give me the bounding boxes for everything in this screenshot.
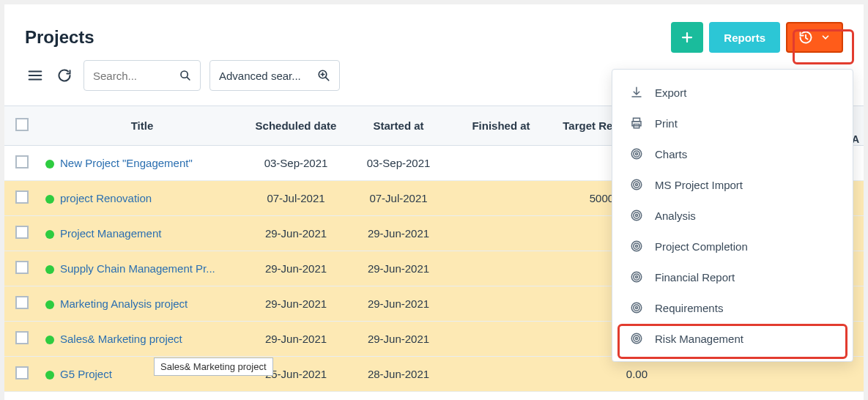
svg-point-16 xyxy=(636,245,638,248)
started-cell: 29-Jun-2021 xyxy=(347,322,450,357)
dropdown-item[interactable]: Project Completion xyxy=(612,231,853,262)
project-link[interactable]: project Renovation xyxy=(60,192,152,204)
dropdown-item[interactable]: Charts xyxy=(612,138,853,169)
finished-cell xyxy=(450,357,552,392)
project-link[interactable]: Sales& Marketing project xyxy=(60,333,182,345)
search-plus-icon xyxy=(317,69,330,82)
row-checkbox[interactable] xyxy=(15,226,29,239)
project-link[interactable]: New Project "Engagement" xyxy=(60,157,193,169)
dropdown-item-label: Print xyxy=(655,117,678,130)
status-dot-icon xyxy=(45,336,54,344)
dropdown-item-label: Project Completion xyxy=(655,240,748,253)
target-icon xyxy=(630,301,643,314)
target-icon xyxy=(630,240,643,253)
row-checkbox[interactable] xyxy=(15,155,29,168)
started-cell: 03-Sep-2021 xyxy=(347,146,450,181)
row-tooltip: Sales& Marketing project xyxy=(154,358,273,376)
project-link[interactable]: Supply Chain Management Pr... xyxy=(60,262,215,275)
dropdown-item[interactable]: Requirements xyxy=(612,292,853,323)
target-icon xyxy=(630,332,643,345)
dropdown-item[interactable]: Risk Management xyxy=(612,323,853,354)
search-input[interactable] xyxy=(93,70,179,82)
started-cell: 29-Jun-2021 xyxy=(347,216,450,251)
started-cell: 07-Jul-2021 xyxy=(347,181,450,216)
dropdown-item-label: Export xyxy=(655,86,686,99)
target-icon xyxy=(630,147,643,160)
col-scheduled[interactable]: Scheduled date xyxy=(245,106,347,146)
finished-cell xyxy=(450,286,552,322)
dropdown-item-label: Requirements xyxy=(655,302,723,314)
svg-point-19 xyxy=(636,276,638,278)
project-link[interactable]: Marketing Analysis project xyxy=(60,297,188,310)
svg-point-10 xyxy=(636,184,638,186)
project-link[interactable]: Project Management xyxy=(60,227,161,240)
dropdown-item-label: Financial Report xyxy=(655,271,735,284)
loop-arrow-icon xyxy=(798,30,813,45)
status-dot-icon xyxy=(45,300,54,309)
status-dot-icon xyxy=(45,195,54,204)
svg-point-22 xyxy=(636,307,638,309)
search-input-wrapper[interactable] xyxy=(84,60,201,91)
finished-cell xyxy=(450,216,552,251)
row-checkbox[interactable] xyxy=(15,366,29,379)
reports-button[interactable]: Reports xyxy=(709,22,780,53)
page: Projects Reports Advanced sear... xyxy=(4,4,864,400)
col-finished[interactable]: Finished at xyxy=(450,106,552,146)
target-icon xyxy=(630,209,643,222)
scheduled-cell: 07-Jul-2021 xyxy=(245,181,347,216)
dropdown-item[interactable]: Analysis xyxy=(612,200,853,231)
row-checkbox[interactable] xyxy=(15,296,29,309)
scheduled-cell: 29-Jun-2021 xyxy=(245,216,347,251)
finished-cell xyxy=(450,251,552,286)
scheduled-cell: 29-Jun-2021 xyxy=(245,286,347,322)
add-button[interactable] xyxy=(671,22,703,53)
finished-cell xyxy=(450,181,552,216)
status-dot-icon xyxy=(45,371,54,379)
status-dot-icon xyxy=(45,160,54,168)
dropdown-item[interactable]: Print xyxy=(612,108,853,138)
finished-cell xyxy=(450,322,552,357)
started-cell: 29-Jun-2021 xyxy=(347,251,450,286)
status-dot-icon xyxy=(45,265,54,274)
dropdown-item-label: Risk Management xyxy=(655,333,743,345)
actions-button[interactable] xyxy=(786,22,843,53)
col-started[interactable]: Started at xyxy=(347,106,450,146)
hamburger-icon[interactable] xyxy=(25,65,45,86)
advanced-search-label: Advanced sear... xyxy=(219,70,301,82)
target-icon xyxy=(630,178,643,191)
advanced-search-button[interactable]: Advanced sear... xyxy=(209,60,340,91)
search-icon xyxy=(179,69,191,82)
project-link[interactable]: G5 Project xyxy=(60,368,112,380)
dropdown-item[interactable]: Export xyxy=(612,77,853,108)
print-icon xyxy=(630,116,643,130)
row-checkbox[interactable] xyxy=(15,261,29,274)
row-checkbox[interactable] xyxy=(15,190,29,204)
plus-icon xyxy=(680,31,694,44)
started-cell: 28-Jun-2021 xyxy=(347,357,450,392)
dropdown-item[interactable]: MS Project Import xyxy=(612,169,853,200)
svg-point-7 xyxy=(636,153,638,155)
scheduled-cell: 03-Sep-2021 xyxy=(245,146,347,181)
header: Projects Reports xyxy=(4,4,864,60)
actions-dropdown: ExportPrintChartsMS Project ImportAnalys… xyxy=(612,69,853,362)
started-cell: 29-Jun-2021 xyxy=(347,286,450,322)
select-all-checkbox[interactable] xyxy=(15,118,29,131)
dropdown-item-label: MS Project Import xyxy=(655,179,743,191)
finished-cell xyxy=(450,146,552,181)
scheduled-cell: 29-Jun-2021 xyxy=(245,322,347,357)
dropdown-item[interactable]: Financial Report xyxy=(612,262,853,292)
svg-point-9 xyxy=(634,182,639,188)
page-title: Projects xyxy=(25,27,94,48)
scheduled-cell: 29-Jun-2021 xyxy=(245,251,347,286)
chevron-down-icon xyxy=(820,32,831,42)
col-title[interactable]: Title xyxy=(40,106,245,146)
svg-point-6 xyxy=(634,151,639,157)
row-checkbox[interactable] xyxy=(15,331,29,344)
download-icon xyxy=(630,86,643,99)
svg-point-12 xyxy=(634,212,639,218)
svg-point-15 xyxy=(634,243,639,249)
refresh-icon[interactable] xyxy=(54,65,75,86)
svg-point-13 xyxy=(636,215,638,217)
target-icon xyxy=(630,270,643,284)
dropdown-item-label: Charts xyxy=(655,148,687,160)
